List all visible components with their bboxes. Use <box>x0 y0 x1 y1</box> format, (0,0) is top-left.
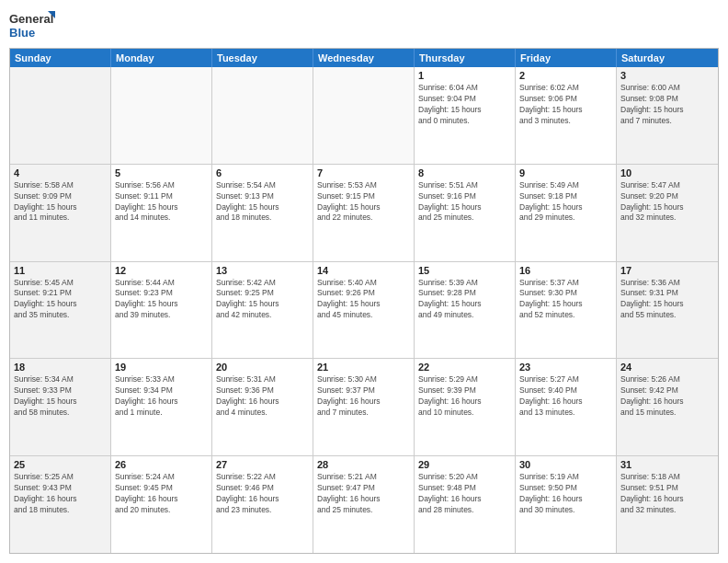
day-number: 29 <box>418 459 511 470</box>
cal-cell-29: 29Sunrise: 5:20 AMSunset: 9:48 PMDayligh… <box>415 456 516 553</box>
day-number: 5 <box>115 167 208 178</box>
cal-cell-31: 31Sunrise: 5:18 AMSunset: 9:51 PMDayligh… <box>617 456 718 553</box>
cal-week-1: 1Sunrise: 6:04 AMSunset: 9:04 PMDaylight… <box>10 67 718 165</box>
day-info: Sunrise: 5:45 AMSunset: 9:21 PMDaylight:… <box>14 278 107 322</box>
day-number: 6 <box>216 167 309 178</box>
day-info: Sunrise: 5:20 AMSunset: 9:48 PMDaylight:… <box>418 472 511 516</box>
cal-week-2: 4Sunrise: 5:58 AMSunset: 9:09 PMDaylight… <box>10 165 718 262</box>
cal-week-4: 18Sunrise: 5:34 AMSunset: 9:33 PMDayligh… <box>10 359 718 456</box>
cal-cell-14: 14Sunrise: 5:40 AMSunset: 9:26 PMDayligh… <box>313 262 415 359</box>
cal-cell-empty-0-2 <box>212 67 313 164</box>
cal-cell-7: 7Sunrise: 5:53 AMSunset: 9:15 PMDaylight… <box>313 165 415 261</box>
logo-svg: General Blue <box>9 9 55 42</box>
day-number: 7 <box>317 167 410 178</box>
cal-cell-21: 21Sunrise: 5:30 AMSunset: 9:37 PMDayligh… <box>313 359 415 455</box>
svg-text:Blue: Blue <box>9 26 35 40</box>
day-number: 20 <box>216 362 309 373</box>
cal-cell-10: 10Sunrise: 5:47 AMSunset: 9:20 PMDayligh… <box>617 165 718 261</box>
day-info: Sunrise: 5:37 AMSunset: 9:30 PMDaylight:… <box>519 278 612 322</box>
day-info: Sunrise: 5:40 AMSunset: 9:26 PMDaylight:… <box>317 278 410 322</box>
day-info: Sunrise: 5:19 AMSunset: 9:50 PMDaylight:… <box>519 472 612 516</box>
day-info: Sunrise: 5:31 AMSunset: 9:36 PMDaylight:… <box>216 374 309 419</box>
cal-cell-23: 23Sunrise: 5:27 AMSunset: 9:40 PMDayligh… <box>516 359 617 455</box>
day-number: 27 <box>216 459 309 470</box>
day-info: Sunrise: 5:58 AMSunset: 9:09 PMDaylight:… <box>14 180 107 224</box>
cal-cell-8: 8Sunrise: 5:51 AMSunset: 9:16 PMDaylight… <box>415 165 516 261</box>
day-info: Sunrise: 5:56 AMSunset: 9:11 PMDaylight:… <box>115 180 208 224</box>
day-number: 21 <box>317 362 410 373</box>
day-info: Sunrise: 5:18 AMSunset: 9:51 PMDaylight:… <box>620 472 714 516</box>
day-info: Sunrise: 5:29 AMSunset: 9:39 PMDaylight:… <box>418 374 511 419</box>
day-info: Sunrise: 5:33 AMSunset: 9:34 PMDaylight:… <box>115 374 208 419</box>
calendar-header: SundayMondayTuesdayWednesdayThursdayFrid… <box>10 49 718 67</box>
day-info: Sunrise: 5:27 AMSunset: 9:40 PMDaylight:… <box>519 374 612 419</box>
day-info: Sunrise: 5:21 AMSunset: 9:47 PMDaylight:… <box>317 472 410 516</box>
cal-week-3: 11Sunrise: 5:45 AMSunset: 9:21 PMDayligh… <box>10 262 718 360</box>
cal-cell-empty-0-0 <box>10 67 111 164</box>
day-number: 14 <box>317 265 410 276</box>
day-number: 8 <box>418 167 511 178</box>
cal-cell-26: 26Sunrise: 5:24 AMSunset: 9:45 PMDayligh… <box>111 456 212 553</box>
cal-header-wednesday: Wednesday <box>313 49 415 67</box>
logo: General Blue <box>9 9 55 42</box>
day-info: Sunrise: 5:51 AMSunset: 9:16 PMDaylight:… <box>418 180 511 224</box>
day-number: 1 <box>418 70 511 81</box>
calendar-body: 1Sunrise: 6:04 AMSunset: 9:04 PMDaylight… <box>10 67 718 553</box>
cal-cell-27: 27Sunrise: 5:22 AMSunset: 9:46 PMDayligh… <box>212 456 313 553</box>
cal-header-sunday: Sunday <box>10 49 111 67</box>
cal-cell-18: 18Sunrise: 5:34 AMSunset: 9:33 PMDayligh… <box>10 359 111 455</box>
cal-header-friday: Friday <box>516 49 617 67</box>
cal-cell-1: 1Sunrise: 6:04 AMSunset: 9:04 PMDaylight… <box>415 67 516 164</box>
day-number: 2 <box>519 70 612 81</box>
day-number: 23 <box>519 362 612 373</box>
day-number: 12 <box>115 265 208 276</box>
day-info: Sunrise: 5:39 AMSunset: 9:28 PMDaylight:… <box>418 278 511 322</box>
cal-cell-30: 30Sunrise: 5:19 AMSunset: 9:50 PMDayligh… <box>516 456 617 553</box>
day-number: 15 <box>418 265 511 276</box>
cal-cell-empty-0-3 <box>313 67 415 164</box>
day-number: 25 <box>14 459 107 470</box>
cal-header-tuesday: Tuesday <box>212 49 313 67</box>
day-number: 9 <box>519 167 612 178</box>
day-info: Sunrise: 5:22 AMSunset: 9:46 PMDaylight:… <box>216 472 309 516</box>
day-info: Sunrise: 6:02 AMSunset: 9:06 PMDaylight:… <box>519 83 612 127</box>
day-info: Sunrise: 5:25 AMSunset: 9:43 PMDaylight:… <box>14 472 107 516</box>
day-info: Sunrise: 5:49 AMSunset: 9:18 PMDaylight:… <box>519 180 612 224</box>
cal-cell-11: 11Sunrise: 5:45 AMSunset: 9:21 PMDayligh… <box>10 262 111 359</box>
day-number: 3 <box>620 70 714 81</box>
day-number: 17 <box>620 265 714 276</box>
day-info: Sunrise: 5:54 AMSunset: 9:13 PMDaylight:… <box>216 180 309 224</box>
cal-cell-12: 12Sunrise: 5:44 AMSunset: 9:23 PMDayligh… <box>111 262 212 359</box>
cal-header-saturday: Saturday <box>617 49 718 67</box>
cal-cell-25: 25Sunrise: 5:25 AMSunset: 9:43 PMDayligh… <box>10 456 111 553</box>
cal-cell-5: 5Sunrise: 5:56 AMSunset: 9:11 PMDaylight… <box>111 165 212 261</box>
day-info: Sunrise: 5:44 AMSunset: 9:23 PMDaylight:… <box>115 278 208 322</box>
day-number: 13 <box>216 265 309 276</box>
day-number: 19 <box>115 362 208 373</box>
day-info: Sunrise: 5:26 AMSunset: 9:42 PMDaylight:… <box>620 374 714 419</box>
header: General Blue <box>9 9 719 42</box>
cal-cell-16: 16Sunrise: 5:37 AMSunset: 9:30 PMDayligh… <box>516 262 617 359</box>
day-number: 28 <box>317 459 410 470</box>
day-info: Sunrise: 5:47 AMSunset: 9:20 PMDaylight:… <box>620 180 714 224</box>
day-number: 31 <box>620 459 714 470</box>
day-info: Sunrise: 6:00 AMSunset: 9:08 PMDaylight:… <box>620 83 714 127</box>
day-number: 18 <box>14 362 107 373</box>
cal-header-monday: Monday <box>111 49 212 67</box>
cal-cell-15: 15Sunrise: 5:39 AMSunset: 9:28 PMDayligh… <box>415 262 516 359</box>
day-info: Sunrise: 5:42 AMSunset: 9:25 PMDaylight:… <box>216 278 309 322</box>
cal-cell-empty-0-1 <box>111 67 212 164</box>
cal-cell-2: 2Sunrise: 6:02 AMSunset: 9:06 PMDaylight… <box>516 67 617 164</box>
day-number: 24 <box>620 362 714 373</box>
day-number: 10 <box>620 167 714 178</box>
cal-week-5: 25Sunrise: 5:25 AMSunset: 9:43 PMDayligh… <box>10 456 718 553</box>
cal-cell-19: 19Sunrise: 5:33 AMSunset: 9:34 PMDayligh… <box>111 359 212 455</box>
day-info: Sunrise: 5:24 AMSunset: 9:45 PMDaylight:… <box>115 472 208 516</box>
cal-cell-6: 6Sunrise: 5:54 AMSunset: 9:13 PMDaylight… <box>212 165 313 261</box>
day-info: Sunrise: 6:04 AMSunset: 9:04 PMDaylight:… <box>418 83 511 127</box>
day-info: Sunrise: 5:53 AMSunset: 9:15 PMDaylight:… <box>317 180 410 224</box>
cal-cell-20: 20Sunrise: 5:31 AMSunset: 9:36 PMDayligh… <box>212 359 313 455</box>
cal-cell-3: 3Sunrise: 6:00 AMSunset: 9:08 PMDaylight… <box>617 67 718 164</box>
calendar: SundayMondayTuesdayWednesdayThursdayFrid… <box>9 48 719 554</box>
day-number: 4 <box>14 167 107 178</box>
